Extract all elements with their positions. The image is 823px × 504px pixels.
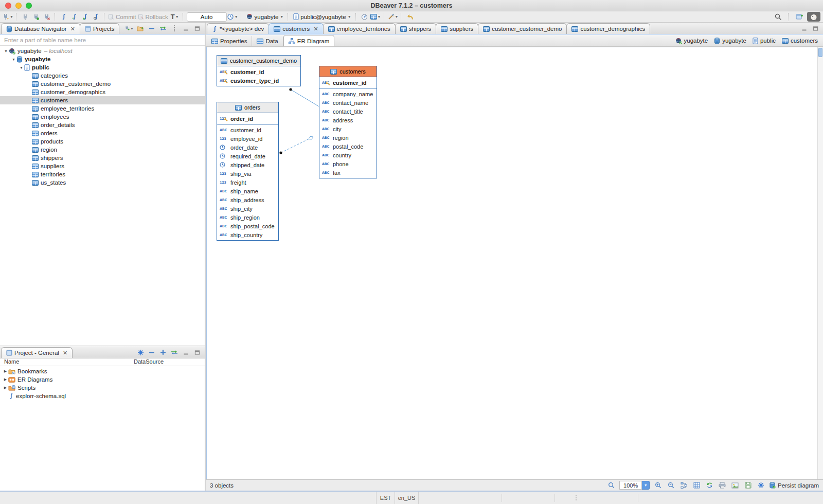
column-contact_name[interactable]: ABCcontact_name (319, 98, 377, 107)
column-freight[interactable]: 123freight (217, 178, 278, 187)
entity-customer_customer_demo[interactable]: customer_customer_demoABCcustomer_idABCc… (217, 55, 301, 86)
tab-project-general[interactable]: Project - General ✕ (1, 347, 73, 358)
column-shipped_date[interactable]: shipped_date (217, 160, 278, 169)
diagram-settings-gear-icon[interactable] (756, 481, 765, 490)
collapse-all-button[interactable] (147, 24, 156, 32)
tree-item-public[interactable]: ▼public (0, 63, 205, 71)
column-fax[interactable]: ABCfax (319, 168, 377, 177)
editor-tab-customer_demographics[interactable]: customer_demographics (566, 23, 650, 34)
expander-icon[interactable]: ▼ (19, 66, 24, 69)
breadcrumb-item-public[interactable]: public (753, 38, 776, 44)
column-customer_id[interactable]: ABCcustomer_id (217, 67, 300, 76)
column-datasource-header[interactable]: DataSource (134, 358, 164, 366)
status-kebab-icon[interactable] (575, 495, 577, 503)
tree-item-order_details[interactable]: order_details (0, 121, 205, 129)
column-customer_type_id[interactable]: ABCcustomer_type_id (217, 76, 300, 85)
column-order_date[interactable]: order_date (217, 143, 278, 152)
tab-close-icon[interactable]: ✕ (313, 26, 318, 32)
status-timezone[interactable]: EST (376, 492, 395, 504)
status-locale[interactable]: en_US (395, 492, 419, 504)
project-item-explorr-schema.sql[interactable]: explorr-schema.sql (0, 392, 205, 400)
active-schema-combo[interactable]: public@yugabyte ▼ (292, 13, 352, 20)
column-address[interactable]: ABCaddress (319, 116, 377, 124)
column-country[interactable]: ABCcountry (319, 151, 377, 159)
column-ship_country[interactable]: ABCship_country (217, 230, 278, 239)
tree-item-suppliers[interactable]: suppliers (0, 162, 205, 170)
dashboard-button[interactable] (360, 12, 370, 22)
tree-item-categories[interactable]: categories (0, 71, 205, 80)
new-table-button[interactable]: ▼ (370, 12, 381, 22)
entity-header[interactable]: customers (319, 66, 377, 77)
sql-editor-find-button[interactable] (91, 12, 101, 22)
export-image-button[interactable] (730, 481, 740, 490)
view-menu-kebab-icon[interactable] (170, 24, 179, 32)
project-item-Scripts[interactable]: ▶Scripts (0, 384, 205, 392)
column-region[interactable]: ABCregion (319, 133, 377, 142)
new-connection-button[interactable]: ▼ (3, 12, 13, 22)
column-ship_name[interactable]: ABCship_name (217, 187, 278, 195)
scrollbar-thumb[interactable] (818, 48, 822, 57)
rollback-button[interactable]: Rollback (138, 12, 169, 22)
minimize-view-button[interactable] (181, 24, 190, 32)
tree-item-employees[interactable]: employees (0, 113, 205, 121)
tree-item-yugabyte[interactable]: ▼yugabyte– localhost (0, 47, 205, 55)
zoom-out-button[interactable] (666, 481, 675, 490)
editor-minimize-button[interactable] (799, 24, 809, 32)
project-collapse-button[interactable] (147, 348, 156, 356)
breadcrumb-item-yugabyte[interactable]: yugabyte (714, 38, 746, 44)
sql-editor-new-button[interactable] (80, 12, 91, 22)
sql-editor-recent-button[interactable] (69, 12, 80, 22)
editor-tab-customers[interactable]: customers✕ (269, 23, 323, 34)
commit-button[interactable]: Commit (108, 12, 137, 22)
vertical-scrollbar[interactable] (817, 47, 823, 479)
tree-item-orders[interactable]: orders (0, 129, 205, 137)
expander-icon[interactable]: ▼ (3, 49, 9, 53)
zoom-window-button[interactable] (26, 3, 32, 9)
tree-item-customer_demographics[interactable]: customer_demographics (0, 88, 205, 96)
expander-icon[interactable]: ▶ (3, 369, 8, 373)
entity-header[interactable]: customer_customer_demo (217, 56, 300, 66)
er-diagram-canvas[interactable]: customer_customer_demoABCcustomer_idABCc… (207, 47, 817, 479)
column-name-header[interactable]: Name (0, 358, 134, 366)
column-customer_id[interactable]: ABCcustomer_id (319, 78, 377, 87)
tab-projects[interactable]: Projects (80, 23, 120, 34)
tree-item-customer_customer_demo[interactable]: customer_customer_demo (0, 80, 205, 88)
active-connection-combo[interactable]: yugabyte ▼ (245, 13, 285, 20)
column-postal_code[interactable]: ABCpostal_code (319, 142, 377, 151)
commit-mode-combo[interactable]: Auto (187, 12, 227, 22)
link-with-editor-button[interactable] (158, 24, 168, 32)
entity-customers[interactable]: customersABCcustomer_idABCcompany_nameAB… (319, 66, 377, 178)
tree-item-region[interactable]: region (0, 146, 205, 154)
column-order_id[interactable]: 123order_id (217, 114, 278, 123)
nav-new-connection-button[interactable]: ▼ (124, 24, 134, 32)
column-required_date[interactable]: required_date (217, 152, 278, 160)
print-diagram-button[interactable] (718, 481, 727, 490)
tree-item-products[interactable]: products (0, 137, 205, 146)
project-settings-gear-icon[interactable] (136, 348, 145, 356)
editor-tab-shippers[interactable]: shippers (395, 23, 436, 34)
tree-item-yugabyte[interactable]: ▼yugabyte (0, 55, 205, 63)
table-filter-input[interactable] (0, 35, 205, 45)
column-city[interactable]: ABCcity (319, 124, 377, 133)
tree-item-employee_territories[interactable]: employee_territories (0, 104, 205, 113)
column-contact_title[interactable]: ABCcontact_title (319, 107, 377, 116)
tools-wand-button[interactable]: ▼ (388, 12, 399, 22)
entity-header[interactable]: orders (217, 102, 278, 113)
subtab-properties[interactable]: Properties (207, 36, 252, 46)
editor-tab-customer_customer_demo[interactable]: customer_customer_demo (478, 23, 567, 34)
toggle-grid-button[interactable] (692, 481, 701, 490)
editor-tab--yugabyte-dev[interactable]: *<yugabyte> dev (207, 23, 269, 34)
tree-item-customers[interactable]: customers (0, 96, 205, 104)
breadcrumb-item-yugabyte[interactable]: yugabyte (675, 38, 708, 44)
tab-close-icon[interactable]: ✕ (63, 350, 67, 356)
tab-close-icon[interactable]: ✕ (70, 26, 75, 32)
subtab-er-diagram[interactable]: ER Diagram (283, 35, 335, 46)
tree-item-shippers[interactable]: shippers (0, 154, 205, 162)
column-ship_address[interactable]: ABCship_address (217, 195, 278, 204)
project-maximize-button[interactable] (192, 348, 202, 356)
save-diagram-button[interactable] (743, 481, 753, 490)
maximize-view-button[interactable] (192, 24, 202, 32)
editor-tab-suppliers[interactable]: suppliers (436, 23, 478, 34)
diagram-search-button[interactable] (606, 481, 616, 490)
zoom-dropdown-button[interactable]: ▼ (642, 481, 650, 490)
